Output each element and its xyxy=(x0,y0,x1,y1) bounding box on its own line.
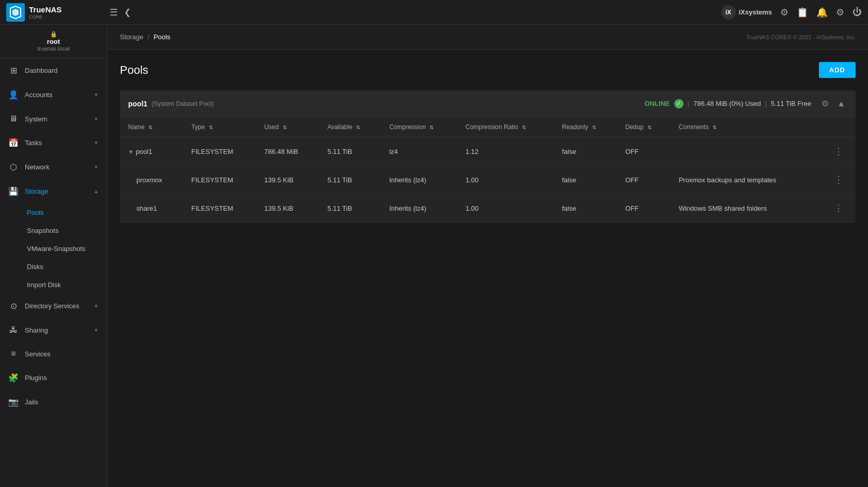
cell-name: proxmox xyxy=(120,166,183,194)
topbar-left-actions: ☰ ❮ xyxy=(110,7,131,18)
cell-type: FILESYSTEM xyxy=(183,137,256,166)
col-dedup[interactable]: Dedup ⇅ xyxy=(617,117,670,137)
add-pool-button[interactable]: ADD xyxy=(819,62,856,78)
tasks-arrow-icon: ▼ xyxy=(94,140,99,146)
cell-type: FILESYSTEM xyxy=(183,166,256,194)
sidebar-item-accounts[interactable]: 👤 Accounts ▼ xyxy=(0,83,107,107)
settings-button[interactable]: ⚙ xyxy=(836,7,844,18)
sharing-arrow-icon: ▼ xyxy=(94,327,99,333)
cell-readonly: false xyxy=(554,194,617,223)
clipboard-button[interactable]: 📋 xyxy=(797,7,808,18)
col-available[interactable]: Available ⇅ xyxy=(319,117,381,137)
cell-available: 5.11 TiB xyxy=(319,137,381,166)
cell-dedup: OFF xyxy=(617,137,670,166)
cell-used: 786.48 MiB xyxy=(256,137,319,166)
pool-header: pool1 (System Dataset Pool) ONLINE | 786… xyxy=(120,90,856,117)
notifications-button[interactable]: 🔔 xyxy=(816,7,828,18)
sidebar-item-storage[interactable]: 💾 Storage ▲ xyxy=(0,179,107,203)
pool-table-header: Name ⇅ Type ⇅ Used ⇅ xyxy=(120,117,856,137)
system-icon: 🖥 xyxy=(8,114,19,123)
col-comments-sort-icon: ⇅ xyxy=(712,124,717,130)
sidebar-sub-item-snapshots[interactable]: Snapshots xyxy=(0,222,107,240)
table-row: share1 FILESYSTEM 139.5 KiB 5.11 TiB Inh… xyxy=(120,194,856,223)
col-used[interactable]: Used ⇅ xyxy=(256,117,319,137)
plugins-icon: 🧩 xyxy=(8,373,19,383)
sidebar-item-plugins[interactable]: 🧩 Plugins xyxy=(0,366,107,390)
accounts-arrow-icon: ▼ xyxy=(94,92,99,98)
row-menu-button[interactable]: ⋮ xyxy=(830,200,847,216)
trident-button[interactable]: ⚙ xyxy=(780,7,788,18)
back-button[interactable]: ❮ xyxy=(124,7,131,17)
cell-compression: Inherits (lz4) xyxy=(381,166,457,194)
pool-name: pool1 xyxy=(128,100,147,108)
jails-icon: 📷 xyxy=(8,397,19,407)
sidebar-item-services-label: Services xyxy=(25,350,99,358)
sidebar-item-dashboard[interactable]: ⊞ Dashboard xyxy=(0,58,107,83)
row-expand-icon[interactable]: ▼ xyxy=(128,149,134,155)
page-header: Pools ADD xyxy=(120,62,856,78)
sidebar-sub-item-disks-label: Disks xyxy=(27,263,43,271)
cell-name: share1 xyxy=(120,194,183,223)
hamburger-button[interactable]: ☰ xyxy=(110,7,118,18)
cell-actions: ⋮ xyxy=(813,194,856,223)
sidebar-sub-item-pools-label: Pools xyxy=(27,209,44,216)
sidebar-item-directory-services[interactable]: ⊙ Directory Services ▼ xyxy=(0,294,107,318)
col-compression-ratio[interactable]: Compression Ratio ⇅ xyxy=(457,117,554,137)
sidebar-item-plugins-label: Plugins xyxy=(25,374,99,382)
col-compression[interactable]: Compression ⇅ xyxy=(381,117,457,137)
col-readonly[interactable]: Readonly ⇅ xyxy=(554,117,617,137)
col-comments[interactable]: Comments ⇅ xyxy=(671,117,813,137)
col-dedup-sort-icon: ⇅ xyxy=(647,124,652,130)
cell-comments: Windows SMB shared folders xyxy=(671,194,813,223)
cell-actions: ⋮ xyxy=(813,166,856,194)
col-type[interactable]: Type ⇅ xyxy=(183,117,256,137)
sidebar-item-jails-label: Jails xyxy=(25,398,99,406)
power-button[interactable]: ⏻ xyxy=(853,7,862,18)
topbar-right-actions: iX iXsystems ⚙ 📋 🔔 ⚙ ⏻ xyxy=(721,5,862,20)
pool-card: pool1 (System Dataset Pool) ONLINE | 786… xyxy=(120,90,856,223)
breadcrumb-bar: Storage / Pools TrueNAS CORE® © 2021 - i… xyxy=(107,25,868,50)
sidebar: 🔒 root truenas.local ⊞ Dashboard 👤 Accou… xyxy=(0,25,107,487)
ix-circle-icon: iX xyxy=(721,5,736,20)
sidebar-item-services[interactable]: ≡ Services xyxy=(0,342,107,366)
sidebar-item-tasks[interactable]: 📅 Tasks ▼ xyxy=(0,131,107,155)
pool-settings-button[interactable]: ⚙ xyxy=(819,97,831,111)
cell-comments: Proxmox backups and templates xyxy=(671,166,813,194)
sidebar-item-directory-services-label: Directory Services xyxy=(25,302,87,310)
pool-collapse-button[interactable]: ▲ xyxy=(835,97,847,111)
accounts-icon: 👤 xyxy=(8,90,19,100)
row-menu-button[interactable]: ⋮ xyxy=(830,172,847,187)
pool-free-text: 5.11 TiB Free xyxy=(771,100,811,107)
sidebar-item-system-label: System xyxy=(25,115,87,123)
sidebar-item-sharing-label: Sharing xyxy=(25,326,87,334)
storage-icon: 💾 xyxy=(8,186,19,196)
pool-status-dot xyxy=(674,99,684,108)
sidebar-item-system[interactable]: 🖥 System ▼ xyxy=(0,107,107,131)
logo-main-text: TrueNAS xyxy=(29,5,61,14)
table-row: proxmox FILESYSTEM 139.5 KiB 5.11 TiB In… xyxy=(120,166,856,194)
col-name[interactable]: Name ⇅ xyxy=(120,117,183,137)
cell-available: 5.11 TiB xyxy=(319,166,381,194)
pool-used-text: 786.48 MiB (0%) Used xyxy=(693,100,761,107)
pool-status-online: ONLINE xyxy=(644,100,670,107)
sidebar-item-sharing[interactable]: 🖧 Sharing ▼ xyxy=(0,318,107,342)
breadcrumb-separator: / xyxy=(148,33,150,41)
sidebar-sub-item-import-disk[interactable]: Import Disk xyxy=(0,276,107,294)
sidebar-item-jails[interactable]: 📷 Jails xyxy=(0,390,107,414)
cell-used: 139.5 KiB xyxy=(256,166,319,194)
cell-readonly: false xyxy=(554,166,617,194)
cell-compression: lz4 xyxy=(381,137,457,166)
cell-used: 139.5 KiB xyxy=(256,194,319,223)
sidebar-item-network[interactable]: ⬡ Network ▼ xyxy=(0,155,107,179)
truenas-logo-icon xyxy=(6,3,25,22)
row-menu-button[interactable]: ⋮ xyxy=(830,144,847,159)
svg-marker-2 xyxy=(12,9,19,16)
sidebar-sub-item-vmware-snapshots[interactable]: VMware-Snapshots xyxy=(0,240,107,258)
sidebar-sub-item-pools[interactable]: Pools xyxy=(0,203,107,222)
user-host: truenas.local xyxy=(8,45,99,52)
col-actions xyxy=(813,117,856,137)
sidebar-sub-item-snapshots-label: Snapshots xyxy=(27,227,58,234)
breadcrumb-parent-link[interactable]: Storage xyxy=(120,33,144,41)
directory-services-arrow-icon: ▼ xyxy=(94,303,99,309)
sidebar-sub-item-disks[interactable]: Disks xyxy=(0,258,107,276)
